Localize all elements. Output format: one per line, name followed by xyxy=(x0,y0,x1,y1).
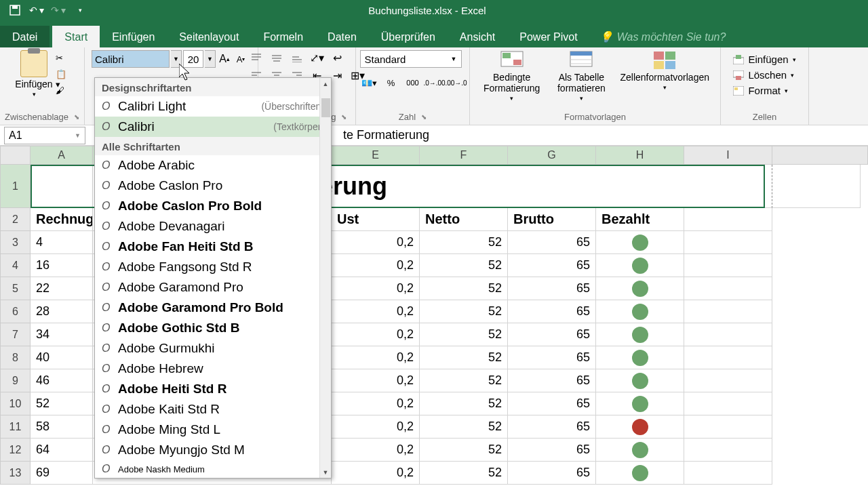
cell-g12[interactable]: 65 xyxy=(508,439,596,462)
column-header-e[interactable]: E xyxy=(332,146,420,165)
select-all-corner[interactable] xyxy=(0,146,31,165)
redo-icon[interactable]: ↷ ▾ xyxy=(50,2,66,18)
font-size-input[interactable] xyxy=(183,50,203,68)
cell-g10[interactable]: 65 xyxy=(508,392,596,415)
font-name-input[interactable] xyxy=(92,50,170,68)
save-icon[interactable] xyxy=(7,2,23,18)
column-header-g[interactable]: G xyxy=(508,146,596,165)
cell-g13[interactable]: 65 xyxy=(508,462,596,485)
orientation-button[interactable]: ⤢▾ xyxy=(308,50,327,65)
cell-e3[interactable]: 0,2 xyxy=(332,231,420,254)
cell-h5[interactable] xyxy=(596,277,684,300)
cell-a4[interactable]: 16 xyxy=(31,254,93,277)
tab-view[interactable]: Ansicht xyxy=(448,26,507,47)
cell-e10[interactable]: 0,2 xyxy=(332,392,420,415)
header-ust[interactable]: Ust xyxy=(332,208,420,231)
format-as-table-button[interactable]: Als Tabelle formatieren▾ xyxy=(549,50,613,102)
cell-e7[interactable]: 0,2 xyxy=(332,323,420,346)
cell-e13[interactable]: 0,2 xyxy=(332,462,420,485)
tab-file[interactable]: Datei xyxy=(0,26,50,47)
cell-e12[interactable]: 0,2 xyxy=(332,439,420,462)
column-header-a[interactable]: A xyxy=(31,146,93,165)
font-option[interactable]: OAdobe Myungjo Std M xyxy=(95,440,331,460)
scroll-thumb[interactable] xyxy=(321,98,330,117)
row-header-3[interactable]: 3 xyxy=(0,231,31,254)
row-header-2[interactable]: 2 xyxy=(0,208,31,231)
font-option[interactable]: OAdobe Naskh Medium xyxy=(95,460,331,478)
currency-button[interactable]: 💶▾ xyxy=(360,75,379,91)
row-header-6[interactable]: 6 xyxy=(0,300,31,323)
conditional-formatting-button[interactable]: Bedingte Formatierung▾ xyxy=(477,50,547,102)
cell-a11[interactable]: 58 xyxy=(31,415,93,439)
cell-f10[interactable]: 52 xyxy=(420,392,508,415)
cell-e11[interactable]: 0,2 xyxy=(332,415,420,439)
font-option[interactable]: OAdobe Ming Std L xyxy=(95,420,331,440)
cell-e9[interactable]: 0,2 xyxy=(332,369,420,392)
tab-formulas[interactable]: Formeln xyxy=(251,26,315,47)
cell-f5[interactable]: 52 xyxy=(420,277,508,300)
font-option[interactable]: OAdobe Caslon Pro xyxy=(95,176,331,196)
font-dropdown-scrollbar[interactable]: ▲ ▼ xyxy=(319,78,331,478)
increase-font-button[interactable]: A▴ xyxy=(217,52,232,66)
font-option[interactable]: OAdobe Kaiti Std R xyxy=(95,399,331,420)
cell-h7[interactable] xyxy=(596,323,684,346)
qat-more-icon[interactable]: ▾ xyxy=(72,2,88,18)
wrap-text-button[interactable]: ↩ xyxy=(328,50,347,65)
row-header-13[interactable]: 13 xyxy=(0,462,31,485)
tab-data[interactable]: Daten xyxy=(315,26,369,47)
delete-cells-button[interactable]: Löschen▾ xyxy=(733,68,794,81)
cell-h3[interactable] xyxy=(596,231,684,254)
column-header-i[interactable]: I xyxy=(684,146,772,165)
cell-g11[interactable]: 65 xyxy=(508,415,596,439)
cell-h6[interactable] xyxy=(596,300,684,323)
font-option[interactable]: OAdobe Fangsong Std R xyxy=(95,257,331,277)
cell-f11[interactable]: 52 xyxy=(420,415,508,439)
cell-styles-button[interactable]: Zellenformatvorlagen▾ xyxy=(616,50,713,91)
cell-a7[interactable]: 34 xyxy=(31,323,93,346)
paste-button[interactable]: Einfügen ▾ xyxy=(15,50,52,98)
font-option[interactable]: OAdobe Gothic Std B xyxy=(95,318,331,338)
tab-powerpivot[interactable]: Power Pivot xyxy=(507,26,589,47)
column-header-f[interactable]: F xyxy=(420,146,508,165)
scroll-up-icon[interactable]: ▲ xyxy=(320,78,331,89)
tab-start[interactable]: Start xyxy=(52,26,100,47)
row-header-12[interactable]: 12 xyxy=(0,439,31,462)
row-header-4[interactable]: 4 xyxy=(0,254,31,277)
font-option[interactable]: OAdobe Arabic xyxy=(95,155,331,176)
row-header-8[interactable]: 8 xyxy=(0,346,31,369)
scroll-down-icon[interactable]: ▼ xyxy=(320,466,331,478)
header-netto[interactable]: Netto xyxy=(420,208,508,231)
font-option[interactable]: OAdobe Caslon Pro Bold xyxy=(95,196,331,216)
font-option[interactable]: OAdobe Devanagari xyxy=(95,216,331,237)
font-option[interactable]: OAdobe Hebrew xyxy=(95,359,331,379)
cut-button[interactable]: ✂ xyxy=(56,53,69,65)
insert-cells-button[interactable]: Einfügen▾ xyxy=(733,53,795,66)
tab-insert[interactable]: Einfügen xyxy=(100,26,167,47)
cell-f4[interactable]: 52 xyxy=(420,254,508,277)
format-cells-button[interactable]: Format▾ xyxy=(733,84,788,97)
cell-e4[interactable]: 0,2 xyxy=(332,254,420,277)
name-box[interactable]: A1▼ xyxy=(4,127,85,144)
cell-a12[interactable]: 64 xyxy=(31,439,93,462)
font-option[interactable]: OAdobe Garamond Pro Bold xyxy=(95,298,331,318)
cell-a8[interactable]: 40 xyxy=(31,346,93,369)
cell-g9[interactable]: 65 xyxy=(508,369,596,392)
cell-e6[interactable]: 0,2 xyxy=(332,300,420,323)
thousands-button[interactable]: 000 xyxy=(403,75,422,91)
cell-e5[interactable]: 0,2 xyxy=(332,277,420,300)
font-option[interactable]: OAdobe Fan Heiti Std B xyxy=(95,237,331,257)
number-dialog-launcher[interactable]: ⬊ xyxy=(421,113,427,121)
row-header-5[interactable]: 5 xyxy=(0,277,31,300)
cell-f12[interactable]: 52 xyxy=(420,439,508,462)
cell-a5[interactable]: 22 xyxy=(31,277,93,300)
number-format-dropdown[interactable]: Standard▼ xyxy=(360,50,462,68)
align-dialog-launcher[interactable]: ⬊ xyxy=(341,113,347,121)
row-header-10[interactable]: 10 xyxy=(0,392,31,415)
font-option[interactable]: OCalibri Light(Überschriften) xyxy=(95,96,331,117)
cell-f9[interactable]: 52 xyxy=(420,369,508,392)
cell-a3[interactable]: 4 xyxy=(31,231,93,254)
increase-decimal-button[interactable]: .0→.00 xyxy=(425,75,444,91)
cell-g5[interactable]: 65 xyxy=(508,277,596,300)
cell-f6[interactable]: 52 xyxy=(420,300,508,323)
formula-bar[interactable]: te Formatierung xyxy=(330,128,429,142)
